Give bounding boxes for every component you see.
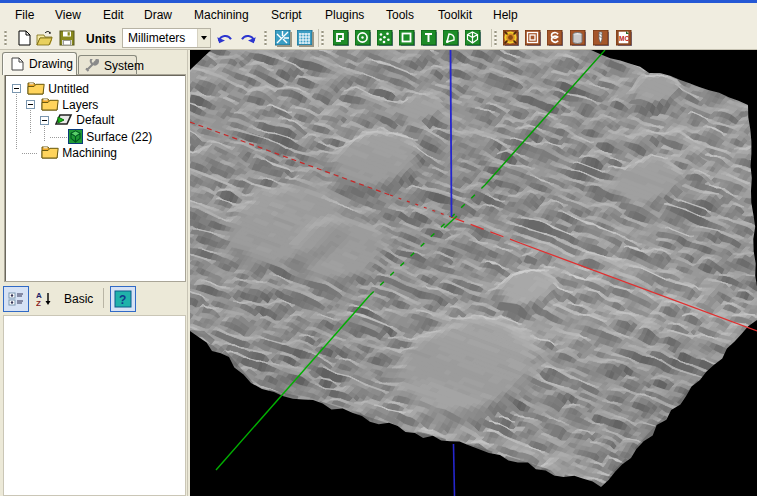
svg-text:Z: Z [36, 299, 41, 308]
svg-text:MC: MC [619, 35, 629, 42]
svg-text:?: ? [119, 293, 126, 307]
